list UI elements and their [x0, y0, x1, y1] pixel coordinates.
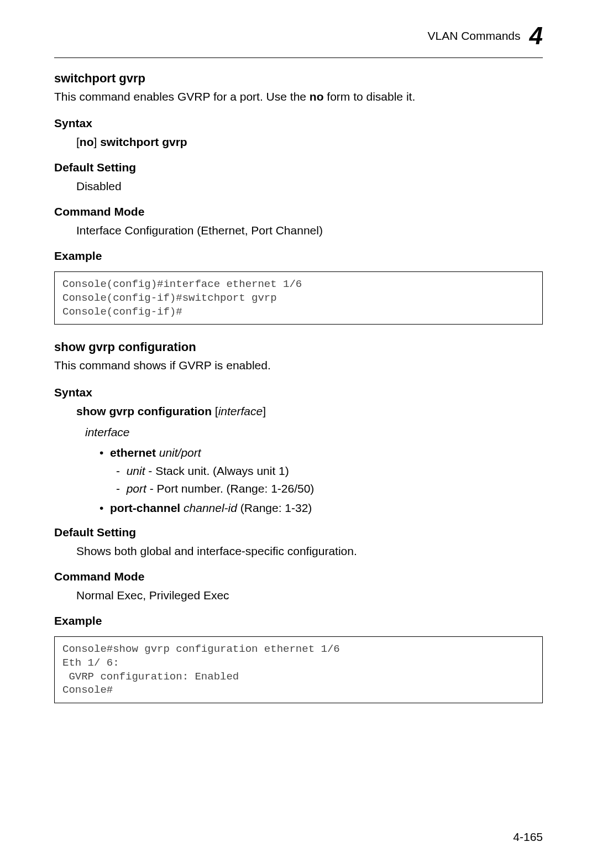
syntax-no: no	[80, 135, 94, 148]
page-number: 4-165	[513, 830, 543, 844]
portchannel-keyword: port-channel	[110, 501, 180, 514]
cmd1-example-label: Example	[54, 249, 543, 263]
cmd1-default-value: Disabled	[76, 180, 543, 193]
dash-port: - port - Port number. (Range: 1-26/50)	[116, 480, 543, 496]
cmd2-syntax-label: Syntax	[54, 386, 543, 399]
cmd2-description: This command shows if GVRP is enabled.	[54, 358, 543, 373]
cmd2-syntax: show gvrp configuration [interface]	[76, 405, 543, 418]
cmd1-example-code: Console(config)#interface ethernet 1/6 C…	[54, 271, 543, 325]
unit-ital: unit	[127, 464, 145, 477]
cmd1-syntax-label: Syntax	[54, 117, 543, 130]
port-param: port	[181, 446, 201, 459]
header-category: VLAN Commands	[427, 29, 520, 43]
bullet-icon: •	[100, 446, 103, 459]
syntax-bracket-open2: [	[212, 405, 218, 417]
cmd1-mode-label: Command Mode	[54, 205, 543, 218]
page-header: VLAN Commands 4	[54, 22, 543, 50]
channelid-range: (Range: 1-32)	[237, 501, 312, 514]
syntax-bracket-close2: ]	[263, 405, 266, 417]
header-rule	[54, 57, 543, 58]
bullet-ethernet: • ethernet unit/port	[100, 445, 543, 461]
cmd2-mode-label: Command Mode	[54, 570, 543, 583]
syntax-cmd: switchport gvrp	[100, 135, 187, 148]
cmd2-example-label: Example	[54, 614, 543, 628]
cmd1-title: switchport gvrp	[54, 71, 543, 86]
cmd2-example-code: Console#show gvrp configuration ethernet…	[54, 636, 543, 703]
chapter-number: 4	[530, 22, 543, 50]
unit-param: unit	[159, 446, 178, 459]
syntax-interface: interface	[218, 405, 263, 417]
cmd2-title: show gvrp configuration	[54, 340, 543, 354]
dash-unit: - unit - Stack unit. (Always unit 1)	[116, 463, 543, 479]
syntax-bracket-close: ]	[94, 135, 101, 148]
interface-param-label: interface	[85, 426, 543, 439]
cmd2-mode-value: Normal Exec, Privileged Exec	[76, 589, 543, 602]
port-desc: - Port number. (Range: 1-26/50)	[146, 482, 315, 495]
bullet-portchannel: • port-channel channel-id (Range: 1-32)	[100, 500, 543, 516]
cmd1-description: This command enables GVRP for a port. Us…	[54, 89, 543, 104]
cmd1-syntax: [no] switchport gvrp	[76, 135, 543, 149]
syntax-cmd2: show gvrp configuration	[76, 405, 212, 417]
cmd1-mode-value: Interface Configuration (Ethernet, Port …	[76, 224, 543, 237]
dash-icon: -	[116, 464, 120, 477]
cmd2-default-label: Default Setting	[54, 526, 543, 539]
unit-desc: - Stack unit. (Always unit 1)	[145, 464, 289, 477]
cmd1-desc-post: form to disable it.	[323, 90, 415, 103]
ethernet-keyword: ethernet	[110, 446, 156, 459]
cmd1-desc-bold: no	[310, 90, 324, 103]
port-ital: port	[127, 482, 146, 495]
dash-icon: -	[116, 482, 120, 495]
cmd1-desc-pre: This command enables GVRP for a port. Us…	[54, 90, 310, 103]
cmd1-default-label: Default Setting	[54, 161, 543, 174]
cmd2-default-value: Shows both global and interface-specific…	[76, 545, 543, 558]
channelid-param: channel-id	[184, 501, 237, 514]
bullet-icon: •	[100, 501, 103, 514]
